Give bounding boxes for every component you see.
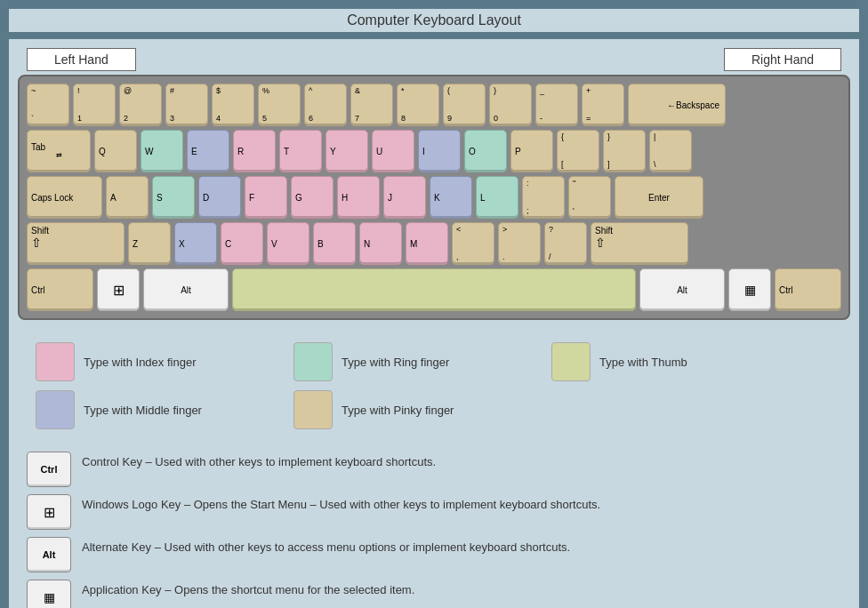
key-f[interactable]: F — [245, 176, 287, 219]
row-asdf: Caps Lock A S D F G H J K L : ; " ' Ente… — [27, 176, 841, 219]
key-v[interactable]: V — [267, 222, 309, 265]
legend-box-thumb — [551, 342, 591, 381]
info-key-ctrl: Ctrl — [27, 452, 71, 487]
legend-label-pinky: Type with Pinky finger — [342, 404, 454, 417]
key-2[interactable]: @ 2 — [119, 84, 162, 126]
key-s[interactable]: S — [152, 176, 195, 219]
legend-label-middle: Type with Middle finger — [84, 404, 202, 417]
key-g[interactable]: G — [291, 176, 334, 219]
key-space[interactable] — [232, 268, 636, 311]
key-t[interactable]: T — [279, 130, 322, 172]
key-3[interactable]: # 3 — [165, 84, 208, 126]
key-4[interactable]: $ 4 — [212, 84, 254, 126]
key-tilde[interactable]: ~ ` — [27, 84, 69, 126]
legend-label-ring: Type with Ring finger — [342, 356, 449, 369]
legend-box-ring — [293, 342, 333, 381]
key-rbracket[interactable]: } ] — [603, 130, 646, 172]
info-key-alt: Alt — [27, 537, 71, 572]
key-backspace[interactable]: ←Backspace — [628, 84, 726, 126]
key-quote[interactable]: " ' — [568, 176, 611, 219]
legend-box-middle — [36, 390, 75, 429]
key-0[interactable]: ) 0 — [489, 84, 532, 126]
info-alt: Alt Alternate Key – Used with other keys… — [27, 537, 841, 572]
key-appkey[interactable]: ▦ — [728, 268, 771, 311]
key-8[interactable]: * 8 — [397, 84, 439, 126]
key-k[interactable]: K — [430, 176, 472, 219]
key-shift-left[interactable]: Shift ⇧ — [27, 222, 125, 265]
key-x[interactable]: X — [174, 222, 217, 265]
info-text-ctrl: Control Key – Used with other keys to im… — [82, 452, 436, 468]
key-o[interactable]: O — [464, 130, 507, 172]
info-text-app: Application Key – Opens the shortcut men… — [82, 580, 414, 596]
legend-box-index — [36, 342, 75, 381]
key-minus[interactable]: _ - — [535, 84, 578, 126]
key-d[interactable]: D — [198, 176, 241, 219]
key-w[interactable]: W — [141, 130, 183, 172]
key-l[interactable]: L — [476, 176, 518, 219]
key-r[interactable]: R — [233, 130, 276, 172]
info-text-windows: Windows Logo Key – Opens the Start Menu … — [82, 494, 600, 511]
key-i[interactable]: I — [418, 130, 461, 172]
key-period[interactable]: > . — [498, 222, 541, 265]
key-q[interactable]: Q — [94, 130, 137, 172]
key-enter[interactable]: Enter — [615, 176, 703, 219]
key-5[interactable]: % 5 — [258, 84, 301, 126]
legend-box-pinky — [293, 390, 333, 429]
key-p[interactable]: P — [510, 130, 553, 172]
legend-index: Type with Index finger — [36, 342, 285, 381]
info-text-alt: Alternate Key – Used with other keys to … — [82, 537, 570, 554]
key-y[interactable]: Y — [326, 130, 368, 172]
key-c[interactable]: C — [221, 222, 263, 265]
legend-thumb: Type with Thumb — [551, 342, 800, 381]
right-hand-label: Right Hand — [724, 48, 841, 71]
key-ctrl-right[interactable]: Ctrl — [775, 268, 841, 311]
key-backslash[interactable]: | \ — [649, 130, 692, 172]
info-section: Ctrl Control Key – Used with other keys … — [9, 443, 859, 608]
legend-label-index: Type with Index finger — [84, 356, 196, 369]
key-semicolon[interactable]: : ; — [522, 176, 565, 219]
key-lbracket[interactable]: { [ — [557, 130, 599, 172]
legend-middle: Type with Middle finger — [36, 390, 285, 429]
key-z[interactable]: Z — [128, 222, 171, 265]
key-comma[interactable]: < , — [452, 222, 494, 265]
legend-label-thumb: Type with Thumb — [599, 356, 687, 369]
key-alt-right[interactable]: Alt — [639, 268, 725, 311]
info-ctrl: Ctrl Control Key – Used with other keys … — [27, 452, 841, 487]
key-ctrl-left[interactable]: Ctrl — [27, 268, 93, 311]
key-h[interactable]: H — [337, 176, 380, 219]
key-shift-right[interactable]: Shift ⇧ — [591, 222, 688, 265]
info-key-app: ▦ — [27, 580, 71, 608]
left-hand-label: Left Hand — [27, 48, 136, 71]
key-windows[interactable]: ⊞ — [97, 268, 140, 311]
key-6[interactable]: ^ 6 — [304, 84, 347, 126]
key-7[interactable]: & 7 — [350, 84, 393, 126]
info-key-windows: ⊞ — [27, 494, 71, 530]
key-e[interactable]: E — [187, 130, 229, 172]
key-u[interactable]: U — [372, 130, 414, 172]
row-zxcv: Shift ⇧ Z X C V B N M < , > . ? / Shif — [27, 222, 841, 265]
key-9[interactable]: ( 9 — [443, 84, 486, 126]
key-1[interactable]: ! 1 — [73, 84, 116, 126]
key-a[interactable]: A — [106, 176, 149, 219]
info-windows: ⊞ Windows Logo Key – Opens the Start Men… — [27, 494, 841, 530]
key-equals[interactable]: + = — [582, 84, 624, 126]
row-qwerty: Tab ⇄ Q W E R T Y U I O P { [ } ] | \ — [27, 130, 841, 172]
title: Computer Keyboard Layout — [9, 9, 859, 32]
legend-section: Type with Index finger Type with Ring fi… — [9, 329, 859, 443]
row-number: ~ ` ! 1 @ 2 # 3 $ 4 % 5 — [27, 84, 841, 126]
keyboard-board: ~ ` ! 1 @ 2 # 3 $ 4 % 5 — [18, 75, 850, 320]
legend-ring: Type with Ring finger — [293, 342, 542, 381]
key-m[interactable]: M — [406, 222, 448, 265]
key-tab[interactable]: Tab ⇄ — [27, 130, 91, 172]
legend-pinky: Type with Pinky finger — [293, 390, 542, 429]
row-bottom: Ctrl ⊞ Alt Alt ▦ Ctrl — [27, 268, 841, 311]
key-slash[interactable]: ? / — [544, 222, 587, 265]
key-capslock[interactable]: Caps Lock — [27, 176, 102, 219]
key-alt-left[interactable]: Alt — [143, 268, 229, 311]
key-n[interactable]: N — [359, 222, 402, 265]
key-j[interactable]: J — [383, 176, 426, 219]
key-b[interactable]: B — [313, 222, 356, 265]
info-app: ▦ Application Key – Opens the shortcut m… — [27, 580, 841, 608]
